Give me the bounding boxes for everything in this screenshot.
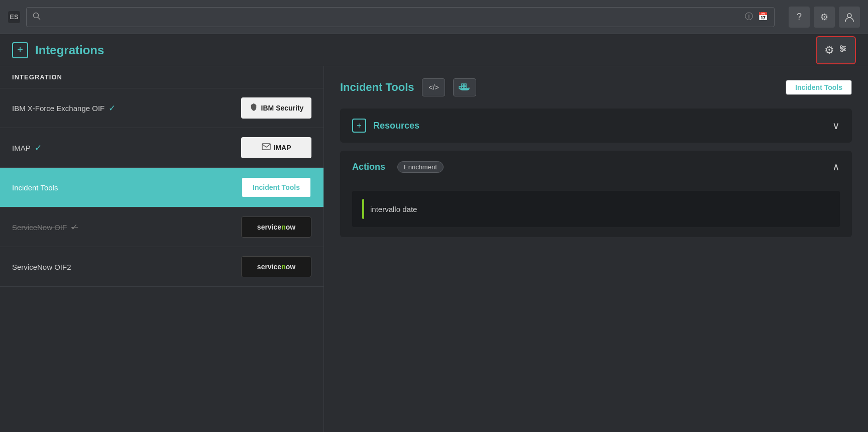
search-actions: ⓘ 📅 — [745, 12, 768, 22]
integration-label: IBM X-Force Exchange OIF — [12, 104, 104, 113]
resources-section: + Resources ∨ — [340, 109, 852, 143]
search-icon — [33, 12, 41, 22]
page-header-left: + Integrations — [12, 42, 104, 58]
svg-point-8 — [841, 50, 843, 52]
check-icon: ✓ — [35, 143, 42, 153]
incident-tools-header-badge[interactable]: Incident Tools — [786, 80, 852, 95]
svg-rect-11 — [462, 86, 464, 88]
page-header-right: ⚙ — [816, 36, 856, 64]
settings-button[interactable]: ⚙ — [814, 7, 835, 28]
resources-chevron-icon: ∨ — [832, 120, 840, 132]
topbar: ES in: integrations ⓘ 📅 ? ⚙ — [0, 0, 868, 34]
svg-rect-12 — [464, 86, 466, 88]
integration-name-incident: Incident Tools — [12, 183, 58, 192]
actions-section-body: intervallo date — [340, 191, 852, 237]
topbar-actions: ? ⚙ — [789, 7, 860, 28]
resources-section-header[interactable]: + Resources ∨ — [340, 109, 852, 143]
actions-section-header[interactable]: Actions Enrichment ∧ — [340, 151, 852, 183]
integration-name-imap: IMAP ✓ — [12, 143, 42, 153]
svg-rect-10 — [459, 86, 461, 88]
topbar-initials: ES — [10, 13, 18, 21]
list-item[interactable]: ServiceNow OIF ✓ servicenow — [0, 207, 323, 247]
integration-label: Incident Tools — [12, 183, 58, 192]
page-header: + Integrations ⚙ — [0, 34, 868, 66]
svg-point-2 — [847, 14, 851, 18]
enrichment-tag: Enrichment — [397, 161, 444, 173]
sn1-logo-text: servicenow — [257, 223, 295, 231]
svg-rect-13 — [462, 84, 464, 86]
svg-rect-14 — [464, 84, 466, 86]
content-row: INTEGRATION IBM X-Force Exchange OIF ✓ I… — [0, 66, 868, 432]
ibm-logo-badge: IBM Security — [241, 97, 311, 119]
sn2-logo-badge: servicenow — [241, 256, 311, 277]
integration-list-header: INTEGRATION — [0, 66, 323, 88]
user-button[interactable] — [839, 7, 860, 28]
incident-tools-logo-text: Incident Tools — [253, 183, 300, 191]
docker-button[interactable] — [453, 78, 476, 96]
resources-add-button[interactable]: + — [352, 119, 366, 133]
list-item[interactable]: ServiceNow OIF2 servicenow — [0, 247, 323, 287]
integration-label: ServiceNow OIF2 — [12, 263, 71, 271]
svg-rect-9 — [262, 144, 270, 150]
actions-section-title: Actions — [352, 162, 385, 172]
topbar-logo-area: ES — [8, 11, 20, 23]
plus-icon: + — [17, 44, 23, 56]
sn1-logo-badge: servicenow — [241, 217, 311, 238]
list-item[interactable]: IMAP ✓ IMAP — [0, 128, 323, 168]
right-panel-title: Incident Tools — [340, 81, 414, 94]
code-button[interactable]: </> — [422, 78, 445, 96]
list-item[interactable]: IBM X-Force Exchange OIF ✓ IBM Security — [0, 88, 323, 128]
info-icon[interactable]: ⓘ — [745, 12, 753, 22]
resources-section-title: Resources — [373, 121, 419, 131]
page-title: Integrations — [35, 43, 104, 57]
imap-envelope-icon — [262, 143, 271, 152]
incident-tools-logo-badge: Incident Tools — [241, 177, 311, 198]
action-item[interactable]: intervallo date — [352, 191, 840, 227]
sn2-logo-text: servicenow — [257, 263, 295, 271]
imap-logo-text: IMAP — [274, 144, 291, 152]
svg-point-6 — [840, 46, 842, 48]
right-panel-header: Incident Tools </> I — [340, 78, 852, 96]
integration-label: ServiceNow OIF — [12, 223, 67, 232]
integration-name-ibm: IBM X-Force Exchange OIF ✓ — [12, 103, 116, 114]
calendar-icon[interactable]: 📅 — [758, 12, 768, 22]
right-panel: Incident Tools </> I — [324, 66, 868, 432]
main-area: + Integrations ⚙ — [0, 34, 868, 432]
ibm-logo-text: IBM Security — [261, 104, 304, 112]
left-panel: INTEGRATION IBM X-Force Exchange OIF ✓ I… — [0, 66, 324, 432]
gear-icon: ⚙ — [824, 44, 834, 57]
search-bar[interactable]: in: integrations ⓘ 📅 — [26, 7, 775, 27]
action-bar-indicator — [362, 199, 364, 219]
actions-chevron-icon: ∧ — [832, 161, 840, 173]
svg-point-7 — [843, 48, 845, 50]
imap-logo-badge: IMAP — [241, 137, 311, 158]
add-integration-button[interactable]: + — [12, 42, 28, 58]
integration-name-sn2: ServiceNow OIF2 — [12, 263, 71, 271]
action-text: intervallo date — [370, 205, 417, 213]
svg-line-1 — [38, 18, 40, 20]
integration-label: IMAP — [12, 144, 31, 152]
ibm-shield-icon — [249, 102, 258, 114]
search-input[interactable]: in: integrations — [46, 13, 740, 21]
sliders-icon — [838, 44, 847, 56]
actions-section-left: Actions Enrichment — [352, 161, 444, 173]
resources-section-left: + Resources — [352, 119, 419, 133]
list-item[interactable]: Incident Tools Incident Tools — [0, 168, 323, 207]
check-icon: ✓ — [71, 222, 78, 233]
help-button[interactable]: ? — [789, 7, 810, 28]
actions-section: Actions Enrichment ∧ intervallo date — [340, 151, 852, 237]
integration-name-sn1: ServiceNow OIF ✓ — [12, 222, 78, 233]
check-icon: ✓ — [108, 103, 116, 114]
settings-sliders-button[interactable]: ⚙ — [816, 36, 856, 64]
right-panel-title-row: Incident Tools </> — [340, 78, 476, 96]
